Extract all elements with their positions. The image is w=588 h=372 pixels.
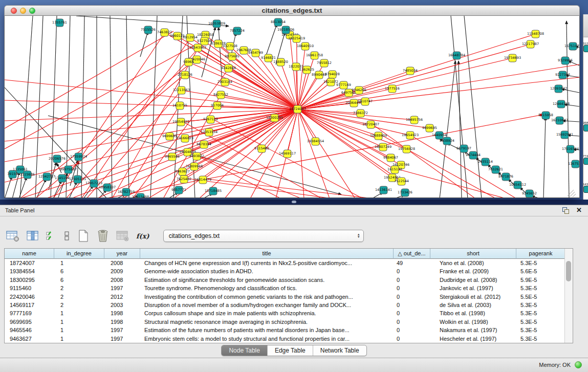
table-cell: 0 <box>394 335 430 343</box>
delete-column-icon[interactable] <box>96 229 110 243</box>
table-select-dropdown[interactable]: citations_edges.txt ▲▼ <box>163 230 364 242</box>
dropdown-arrows-icon: ▲▼ <box>354 233 363 238</box>
table-cell: Stergiakouli et al. (2012) <box>430 293 516 301</box>
graph-node-label: 14136141 <box>375 188 392 192</box>
table-row[interactable]: 1830029562008Estimation of significance … <box>5 276 573 284</box>
graph-nodes: 1872400718300295193845549115460145691179… <box>7 18 579 198</box>
table-row[interactable]: 977716911998Corpus callosum shape and si… <box>5 309 573 317</box>
graph-node-label: 9327506 <box>197 39 212 43</box>
graph-node-label: 7857224 <box>230 29 245 33</box>
graph-node-label: 8454749 <box>248 51 263 55</box>
graph-node-label: 8912954 <box>183 35 198 39</box>
graph-node-label: 12505135 <box>69 177 86 181</box>
graph-node-label: 16053809 <box>208 21 225 26</box>
graph-node-label: 2718126 <box>178 73 192 77</box>
column-header-pagerank[interactable]: pagerank <box>516 249 565 259</box>
table-cell: Hescheler et al. (1997) <box>430 335 516 343</box>
table-row[interactable]: 911546021997Tourette syndrome. Phenomeno… <box>5 284 573 292</box>
column-header-title[interactable]: title <box>140 249 394 259</box>
table-mode-icon[interactable] <box>6 229 20 243</box>
column-header-name[interactable]: name <box>5 249 54 259</box>
column-header-short[interactable]: short <box>430 249 516 259</box>
scrollbar-thumb[interactable] <box>566 261 571 281</box>
graph-node-label: 6679197 <box>456 146 471 150</box>
table-cell: 6 <box>54 276 104 284</box>
background-window-titlebar <box>583 14 588 37</box>
graph-node-label: 8813054 <box>271 20 286 24</box>
table-header-row: namein_degreeyeartitle△ out_de...shortpa… <box>5 249 573 259</box>
graph-node-label: 1615132 <box>387 167 402 171</box>
table-cell: Investigating the contribution of common… <box>140 293 394 301</box>
graph-node-label: 8990448 <box>312 73 326 77</box>
delete-table-disabled-icon <box>116 229 129 243</box>
table-row[interactable]: 1456911722003Disruption of a novel membe… <box>5 301 573 309</box>
column-header-out_de[interactable]: △ out_de... <box>394 249 430 259</box>
graph-node-label: 18640910 <box>297 44 314 48</box>
graph-node-label: 12342757 <box>38 174 55 179</box>
table-cell: 1998 <box>104 309 140 317</box>
tab-edge-table[interactable]: Edge Table <box>268 345 313 356</box>
new-column-icon[interactable] <box>77 229 90 243</box>
float-panel-icon[interactable] <box>562 207 570 214</box>
table-row[interactable]: 1938455462009Genome-wide association stu… <box>5 267 573 275</box>
table-cell: 1 <box>54 326 104 334</box>
network-canvas[interactable]: 1872400718300295193845549115460145691179… <box>4 16 580 198</box>
table-row[interactable]: 2242004622012Investigating the contribut… <box>5 293 573 301</box>
table-cell: 5.3E-5 <box>516 326 565 334</box>
close-panel-icon[interactable]: ✕ <box>576 206 582 214</box>
function-builder-icon[interactable]: f(x) <box>136 229 149 243</box>
table-row[interactable]: 946554611997Estimation of the future num… <box>5 326 573 334</box>
tab-node-table[interactable]: Node Table <box>222 345 268 356</box>
column-visibility-icon[interactable] <box>27 229 39 243</box>
column-header-in_degree[interactable]: in_degree <box>54 249 104 259</box>
tab-network-table[interactable]: Network Table <box>313 345 366 356</box>
table-cell: 9699695 <box>5 318 54 326</box>
window-title: citations_edges.txt <box>5 7 579 14</box>
table-cell: Tibbo et al. (1998) <box>430 309 516 317</box>
graph-node-label: 1362625 <box>299 68 314 72</box>
graph-node-label: 18807249 <box>375 145 391 149</box>
background-window-node: 12774 <box>583 158 588 165</box>
graph-node-label: 16961758 <box>306 53 323 57</box>
graph-node-label: 98965 <box>183 60 194 64</box>
graph-node-label: 9267110 <box>203 117 218 121</box>
graph-node-label: 9465546 <box>165 155 180 159</box>
graph-node-label: 12213563 <box>173 88 190 92</box>
graph-node-label: 9245652 <box>522 191 537 195</box>
graph-node-label: 19166823 <box>177 136 193 140</box>
table-cell: 2 <box>54 293 104 301</box>
table-row[interactable]: 946362711997Embryonic stem cells: a mode… <box>5 335 573 343</box>
row-display-icon[interactable] <box>63 229 71 243</box>
table-cell: 9465546 <box>5 326 54 334</box>
table-cell: 5.3E-5 <box>516 309 565 317</box>
graph-node-label: 19854932 <box>172 120 189 124</box>
graph-node-label: 1355761 <box>52 20 67 25</box>
network-graph[interactable]: 1872400718300295193845549115460145691179… <box>5 16 579 198</box>
table-cell: 1997 <box>104 284 140 292</box>
table-cell: 5.3E-5 <box>516 318 565 326</box>
table-row[interactable]: 1872400712008Changes of HCN gene express… <box>5 259 573 267</box>
graph-node-label: 9875685 <box>225 54 239 58</box>
graph-node-label: 16720407 <box>362 122 379 126</box>
table-cell: Yano et al. (2008) <box>430 259 516 267</box>
table-cell: 0 <box>394 276 430 284</box>
window-titlebar[interactable]: citations_edges.txt <box>4 5 580 16</box>
table-cell: 14569117 <box>5 301 54 309</box>
graph-node-label: 18495756 <box>406 118 423 122</box>
table-toolbar: f(x) citations_edges.txt ▲▼ <box>6 228 364 244</box>
graph-node-label: 15718485 <box>205 189 222 193</box>
table-row[interactable]: 969969511998Structural magnetic resonanc… <box>5 318 573 326</box>
table-cell: Jankovic et al. (1997) <box>430 284 516 292</box>
table-cell: 2008 <box>104 259 140 267</box>
graph-node-label: 1115686 <box>20 172 35 177</box>
select-columns-icon[interactable] <box>46 229 57 243</box>
background-window-node: 1143 <box>583 186 588 193</box>
graph-node-label: 12217987 <box>522 42 539 46</box>
table-scrollbar[interactable] <box>564 249 573 343</box>
column-header-year[interactable]: year <box>104 249 140 259</box>
graph-node-label: 9857771 <box>171 188 186 192</box>
table-cell: 6 <box>54 267 104 275</box>
background-window-strip[interactable]: 151215958127741143 <box>583 14 588 200</box>
panel-splitter-handle[interactable] <box>292 201 296 203</box>
graph-node-label: 9115460 <box>254 146 269 150</box>
